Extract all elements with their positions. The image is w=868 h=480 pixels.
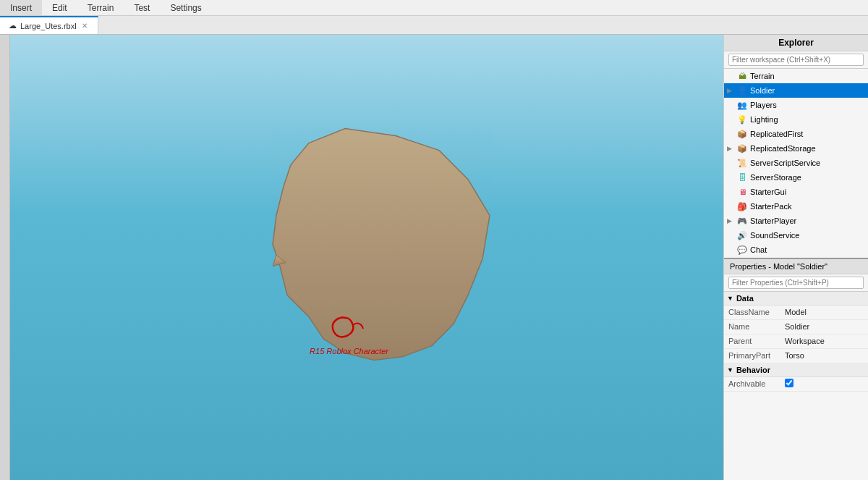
starterplayer-label: StarterPlayer xyxy=(750,216,796,225)
serverstorage-label: ServerStorage xyxy=(750,173,801,182)
players-icon: 👥 xyxy=(736,99,748,111)
expand-icon-rs: ▶ xyxy=(727,145,734,152)
prop-parent-value: Workspace xyxy=(782,337,868,345)
tab-main-file[interactable]: ☁ Large_Utes.rbxl ✕ xyxy=(0,16,98,34)
prop-archivable-value xyxy=(782,379,868,389)
prop-primarypart-value: Torso xyxy=(782,351,868,360)
replicatedfirst-label: ReplicatedFirst xyxy=(750,130,803,138)
properties-filter-area xyxy=(724,274,868,292)
serverstorage-icon: 🗄 xyxy=(736,172,748,183)
terrain-label: Terrain xyxy=(750,72,775,80)
right-panel: Explorer 🏔 Terrain ▶ 👤 Soldier 👥 Players xyxy=(723,35,868,480)
soldier-icon: 👤 xyxy=(736,85,748,96)
menu-insert[interactable]: Insert xyxy=(0,0,42,15)
explorer-item-serverscriptservice[interactable]: 📜 ServerScriptService xyxy=(724,156,868,170)
prop-section-behavior-arrow: ▼ xyxy=(727,366,733,374)
terrain-icon: 🏔 xyxy=(736,70,748,82)
properties-filter-input[interactable] xyxy=(728,277,864,289)
tab-bar: ☁ Large_Utes.rbxl ✕ xyxy=(0,16,868,35)
prop-row-classname: ClassName Model xyxy=(724,306,868,320)
explorer-item-serverstorage[interactable]: 🗄 ServerStorage xyxy=(724,170,868,185)
explorer-item-terrain[interactable]: 🏔 Terrain xyxy=(724,69,868,83)
chat-label: Chat xyxy=(750,245,767,254)
serverscriptservice-icon: 📜 xyxy=(736,157,748,169)
explorer-item-startergui[interactable]: 🖥 StarterGui xyxy=(724,185,868,199)
left-sidebar xyxy=(0,35,10,480)
viewport[interactable]: R15 Roblox Character xyxy=(10,35,723,480)
explorer-item-starterpack[interactable]: 🎒 StarterPack xyxy=(724,199,868,214)
lighting-icon: 💡 xyxy=(736,114,748,125)
expand-icon-spl: ▶ xyxy=(727,217,734,224)
prop-row-parent: Parent Workspace xyxy=(724,334,868,349)
replicatedfirst-icon: 📦 xyxy=(736,128,748,140)
soundservice-icon: 🔊 xyxy=(736,230,748,241)
prop-classname-label: ClassName xyxy=(724,308,782,316)
lighting-label: Lighting xyxy=(750,115,778,124)
starterpack-icon: 🎒 xyxy=(736,201,748,212)
prop-section-behavior[interactable]: ▼ Behavior xyxy=(724,363,868,377)
explorer-filter-area xyxy=(724,51,868,69)
explorer-item-soundservice[interactable]: 🔊 SoundService xyxy=(724,228,868,243)
explorer-list: 🏔 Terrain ▶ 👤 Soldier 👥 Players 💡 Lighti… xyxy=(724,69,868,258)
prop-row-archivable: Archivable xyxy=(724,377,868,392)
startergui-icon: 🖥 xyxy=(736,186,748,198)
explorer-item-lighting[interactable]: 💡 Lighting xyxy=(724,112,868,127)
explorer-item-players[interactable]: 👥 Players xyxy=(724,98,868,112)
explorer-filter-input[interactable] xyxy=(728,54,864,66)
tab-file-label: Large_Utes.rbxl xyxy=(20,22,77,30)
character-marker xyxy=(324,311,367,347)
prop-section-data[interactable]: ▼ Data xyxy=(724,292,868,306)
replicatedstorage-icon: 📦 xyxy=(736,143,748,154)
players-label: Players xyxy=(750,101,777,109)
properties-header: Properties - Model "Soldier" xyxy=(724,258,868,274)
chat-icon: 💬 xyxy=(736,244,748,256)
menu-bar: Insert Edit Terrain Test Settings xyxy=(0,0,868,16)
explorer-item-replicatedstorage[interactable]: ▶ 📦 ReplicatedStorage xyxy=(724,141,868,156)
prop-primarypart-label: PrimaryPart xyxy=(724,351,782,360)
prop-section-data-arrow: ▼ xyxy=(727,295,733,302)
menu-edit[interactable]: Edit xyxy=(42,0,77,15)
prop-archivable-label: Archivable xyxy=(724,379,782,388)
explorer-item-starterplayer[interactable]: ▶ 🎮 StarterPlayer xyxy=(724,214,868,228)
starterpack-label: StarterPack xyxy=(750,202,791,211)
island-shape xyxy=(179,99,555,403)
prop-section-behavior-label: Behavior xyxy=(736,366,770,374)
soldier-label: Soldier xyxy=(750,86,775,95)
starterplayer-icon: 🎮 xyxy=(736,215,748,227)
prop-section-data-label: Data xyxy=(736,294,754,303)
startergui-label: StarterGui xyxy=(750,188,786,196)
menu-terrain[interactable]: Terrain xyxy=(77,0,124,15)
explorer-item-chat[interactable]: 💬 Chat xyxy=(724,243,868,257)
expand-icon-soldier: ▶ xyxy=(727,87,734,94)
prop-name-value: Soldier xyxy=(782,322,868,331)
properties-list: ▼ Data ClassName Model Name Soldier Pare… xyxy=(724,292,868,481)
replicatedstorage-label: ReplicatedStorage xyxy=(750,144,816,153)
explorer-item-soldier[interactable]: ▶ 👤 Soldier xyxy=(724,83,868,98)
explorer-header: Explorer xyxy=(724,35,868,51)
prop-parent-label: Parent xyxy=(724,337,782,345)
tab-close-button[interactable]: ✕ xyxy=(80,21,89,30)
serverscriptservice-label: ServerScriptService xyxy=(750,159,820,167)
prop-row-primarypart: PrimaryPart Torso xyxy=(724,349,868,363)
archivable-checkbox[interactable] xyxy=(785,379,793,387)
menu-settings[interactable]: Settings xyxy=(160,0,211,15)
soundservice-label: SoundService xyxy=(750,231,800,240)
menu-test[interactable]: Test xyxy=(124,0,160,15)
prop-name-label: Name xyxy=(724,322,782,331)
prop-classname-value: Model xyxy=(782,308,868,316)
main-content: R15 Roblox Character Explorer 🏔 Terrain … xyxy=(0,35,868,480)
prop-row-name: Name Soldier xyxy=(724,320,868,334)
explorer-item-replicatedfirst[interactable]: 📦 ReplicatedFirst xyxy=(724,127,868,141)
tab-file-icon: ☁ xyxy=(9,21,17,30)
